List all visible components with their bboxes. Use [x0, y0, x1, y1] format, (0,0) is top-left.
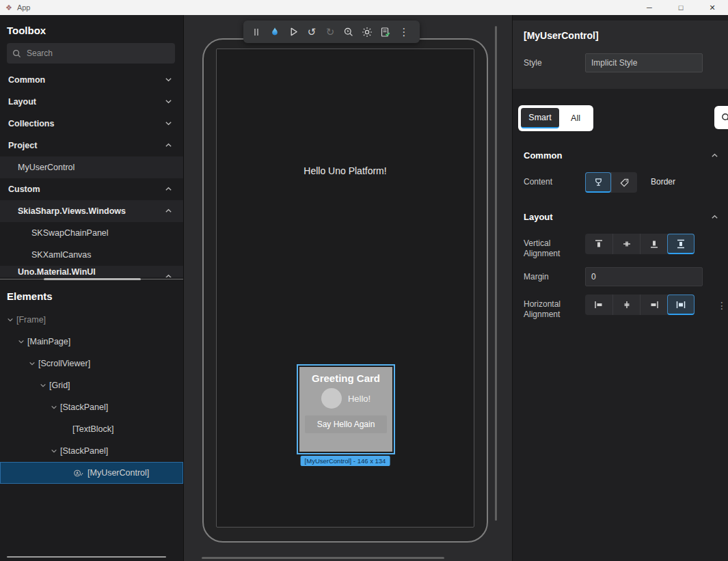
chevron-down-icon — [18, 338, 25, 345]
selected-control-title: [MyUserControl] — [524, 30, 717, 41]
toolbox-item-skxamlcanvas[interactable]: SKXamlCanvas — [0, 244, 183, 266]
align-right-button[interactable] — [640, 295, 667, 315]
align-left-button[interactable] — [585, 295, 612, 315]
card-title: Greeting Card — [299, 372, 392, 384]
properties-search-button[interactable] — [714, 106, 728, 129]
tree-item-mainpage[interactable]: [MainPage] — [0, 331, 183, 353]
say-hello-again-button[interactable]: Say Hello Again — [305, 415, 387, 433]
chevron-down-icon — [40, 382, 46, 389]
inspect-element-button[interactable] — [341, 24, 356, 40]
toolbox-section-common[interactable]: Common — [0, 69, 183, 91]
stretch-vertical-button[interactable] — [667, 234, 695, 254]
tree-item-myusercontrol[interactable]: [MyUserControl] — [0, 462, 183, 484]
minimize-button[interactable]: ─ — [634, 0, 665, 15]
style-row: Style — [524, 53, 717, 72]
tree-item-label: [StackPanel] — [60, 402, 108, 412]
stretch-horizontal-button[interactable] — [667, 295, 695, 315]
toolbox-section-collections[interactable]: Collections — [0, 113, 183, 135]
group-label: Uno.Material.WinUI — [18, 267, 96, 277]
hot-reload-flame-button[interactable] — [267, 24, 282, 40]
maximize-button[interactable]: □ — [665, 0, 697, 15]
chevron-down-icon — [165, 98, 172, 105]
chevron-up-icon — [165, 185, 172, 193]
content-presenter-toggle[interactable] — [585, 172, 611, 193]
stretch-vertical-icon — [675, 238, 686, 249]
toolbox-item-skswapchainpanel[interactable]: SKSwapChainPanel — [0, 222, 183, 244]
tree-item-stackpanel-1[interactable]: [StackPanel] — [0, 396, 183, 418]
tree-item-label: [StackPanel] — [60, 446, 108, 456]
panel-splitter[interactable] — [0, 277, 183, 281]
align-right-icon — [649, 299, 660, 310]
toolbox-group-skiasharp[interactable]: SkiaSharp.Views.Windows — [0, 200, 183, 222]
play-icon — [288, 27, 299, 37]
device-frame: Hello Uno Platform! Greeting Card Hello!… — [202, 38, 488, 543]
toolbox-item-myusercontrol[interactable]: MyUserControl — [0, 156, 183, 178]
device-screen: Hello Uno Platform! Greeting Card Hello!… — [216, 49, 474, 528]
align-center-horizontal-button[interactable] — [612, 295, 640, 315]
sun-icon — [362, 27, 373, 38]
content-tag-toggle[interactable] — [611, 172, 637, 193]
greeting-card-control[interactable]: Greeting Card Hello! Say Hello Again — [299, 367, 392, 452]
tree-item-label: [MainPage] — [27, 337, 70, 346]
redo-button[interactable]: ↻ — [323, 24, 338, 40]
tree-item-frame[interactable]: [Frame] — [0, 309, 183, 331]
toolbox-search[interactable] — [7, 43, 175, 64]
tree-item-grid[interactable]: [Grid] — [0, 374, 183, 396]
play-button[interactable] — [286, 24, 301, 40]
drag-handle-icon[interactable] — [249, 24, 264, 40]
close-button[interactable]: ✕ — [697, 0, 728, 15]
chevron-down-icon — [7, 316, 14, 323]
tree-item-stackpanel-2[interactable]: [StackPanel] — [0, 440, 183, 462]
tree-item-textblock[interactable]: [TextBlock] — [0, 418, 183, 440]
chevron-up-icon — [165, 141, 172, 149]
toolbox-item-label: SKSwapChainPanel — [31, 228, 109, 238]
toolbox-section-project[interactable]: Project — [0, 135, 183, 156]
search-icon — [721, 113, 728, 122]
splitter-grip — [44, 278, 141, 280]
undo-button[interactable]: ↺ — [304, 24, 319, 40]
content-mode-toggle — [585, 172, 637, 193]
toolbox-group-uno-material[interactable]: Uno.Material.WinUI — [0, 266, 183, 277]
pending-changes-button[interactable] — [378, 24, 393, 40]
window-title: App — [17, 3, 31, 12]
toolbox-item-label: MyUserControl — [18, 163, 75, 172]
properties-panel: [MyUserControl] Style Smart All Common — [512, 15, 728, 561]
section-label: Collections — [8, 119, 54, 128]
align-bottom-button[interactable] — [640, 234, 667, 254]
row-more-button[interactable]: ⋮ — [717, 300, 727, 311]
horizontal-alignment-row: Horizontal Alignment — [513, 295, 728, 320]
tab-all[interactable]: All — [561, 108, 591, 128]
align-center-vertical-button[interactable] — [612, 234, 640, 254]
canvas-horizontal-scrollbar[interactable] — [202, 557, 444, 559]
toolbox-section-layout[interactable]: Layout — [0, 91, 183, 113]
align-top-icon — [593, 238, 604, 249]
tree-item-scrollviewer[interactable]: [ScrollViewer] — [0, 353, 183, 374]
content-presenter-icon — [593, 177, 604, 187]
margin-row: Margin — [513, 267, 728, 286]
section-layout[interactable]: Layout — [513, 208, 728, 225]
card-message-row: Hello! — [299, 388, 392, 409]
group-label: SkiaSharp.Views.Windows — [18, 206, 126, 216]
changes-check-icon — [380, 27, 391, 38]
tab-smart[interactable]: Smart — [521, 108, 559, 128]
chevron-down-icon — [165, 76, 172, 83]
chevron-up-icon — [711, 152, 718, 159]
style-label: Style — [524, 58, 585, 68]
window-controls: ─ □ ✕ — [634, 0, 728, 15]
chevron-down-icon — [51, 448, 57, 454]
style-input[interactable] — [585, 53, 703, 72]
card-message: Hello! — [348, 394, 370, 404]
margin-input[interactable] — [585, 267, 703, 286]
canvas-vertical-scrollbar[interactable] — [495, 26, 497, 521]
section-label: Layout — [524, 212, 553, 222]
toolbox-section-custom[interactable]: Custom — [0, 178, 183, 200]
toolbar-more-button[interactable]: ⋮ — [396, 24, 412, 40]
left-panel-scrollbar[interactable] — [7, 556, 166, 558]
section-label: Common — [8, 75, 45, 85]
section-common[interactable]: Common — [513, 146, 728, 164]
vertical-alignment-label: Vertical Alignment — [524, 234, 585, 259]
align-top-button[interactable] — [585, 234, 612, 254]
toolbox-search-input[interactable] — [27, 49, 150, 58]
horizontal-alignment-label: Horizontal Alignment — [524, 295, 585, 320]
theme-toggle-button[interactable] — [360, 24, 375, 40]
